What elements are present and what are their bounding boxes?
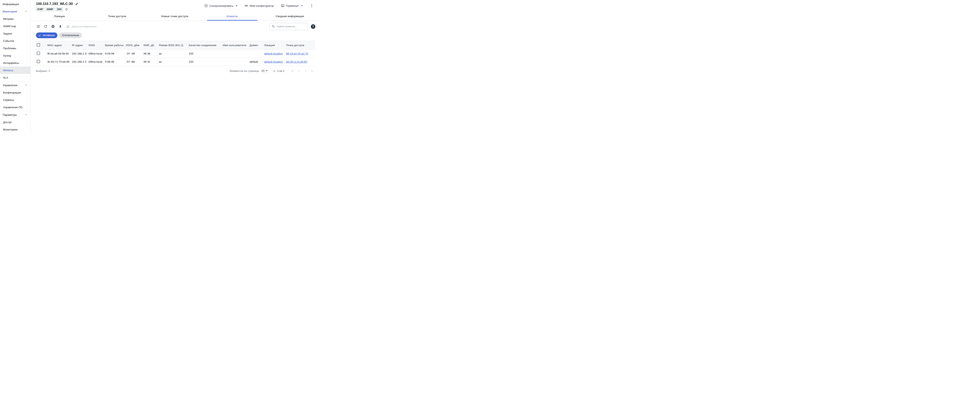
- table-header-row: MAC-адрес IP-адрес SSID Время работы RSS…: [36, 41, 315, 49]
- search-input[interactable]: [277, 25, 305, 28]
- tab-summary[interactable]: Сводная информация: [261, 12, 319, 21]
- export-button[interactable]: [57, 23, 64, 30]
- cell-user: [221, 49, 248, 57]
- sidebar-section-monitoring[interactable]: Мониторинг: [0, 8, 30, 15]
- col-mode: Режим IEEE 802.11: [157, 41, 187, 49]
- refresh-icon: [44, 24, 48, 29]
- col-access-point: Точка доступа: [284, 41, 315, 49]
- tab-access-points[interactable]: Точки доступа: [88, 12, 146, 21]
- clients-toolbar: Деаутентификация ?: [31, 21, 319, 32]
- range-label: 1 - 2 из 2: [273, 70, 284, 73]
- cell-uptime: 0:04:06: [103, 49, 124, 57]
- next-page-button[interactable]: [303, 68, 308, 74]
- help-button[interactable]: ?: [311, 24, 315, 29]
- cell-mode: ac: [157, 57, 187, 66]
- per-page-label: Элементов на странице: [229, 70, 259, 73]
- row-checkbox[interactable]: [37, 60, 40, 63]
- tab-clients[interactable]: Клиенты: [204, 12, 261, 21]
- cell-rssi: -57 -66: [124, 57, 142, 66]
- col-uptime: Время работы: [103, 41, 124, 49]
- badge-snmp: SNMP: [45, 7, 54, 11]
- sync-icon: [65, 8, 68, 11]
- col-rssi: RSSI, дБм: [124, 41, 142, 49]
- web-configurator-button[interactable]: Web-конфигуратор: [245, 4, 274, 8]
- sidebar-item-sla[interactable]: SLA: [0, 74, 30, 81]
- sidebar-item-problems[interactable]: Проблемы: [0, 44, 30, 52]
- cell-domain: [248, 49, 262, 57]
- device-title-block: 100.110.7.193_WLC-30 ICMP SNMP SSH: [36, 2, 78, 11]
- sidebar-item-tasks[interactable]: Задачи: [0, 30, 30, 37]
- page-title: 100.110.7.193_WLC-30: [36, 2, 73, 6]
- sidebar-item-monitoring-params[interactable]: Мониторинг: [0, 126, 30, 133]
- sidebar-group-monitoring: Мониторинг Метрики SNMP trap Задачи Собы…: [0, 8, 30, 81]
- tune-icon: [37, 24, 40, 29]
- cell-mac: 4c:63:71:70:eb:95: [46, 57, 70, 66]
- sync-dropdown-caret-icon[interactable]: [236, 5, 237, 6]
- gear-icon: [51, 24, 55, 29]
- chip-active[interactable]: Активные: [36, 32, 57, 38]
- terminal-dropdown-caret-icon[interactable]: [301, 5, 303, 6]
- sidebar-item-software[interactable]: Управление ПО: [0, 103, 30, 111]
- kebab-menu-icon: [310, 4, 314, 8]
- page-header: 100.110.7.193_WLC-30 ICMP SNMP SSH: [31, 0, 319, 12]
- terminal-label: Терминал: [286, 4, 299, 7]
- chip-active-label: Активные: [43, 34, 54, 37]
- table-row: f6:3a:a8:0d:5b:40 192.168.2.3 Office-loc…: [36, 49, 315, 57]
- per-page-select[interactable]: 10: [261, 69, 268, 73]
- refresh-table-button[interactable]: [42, 23, 49, 30]
- chip-disconnected[interactable]: Отключенные: [59, 32, 82, 38]
- sidebar-section-parameters[interactable]: Параметры: [0, 111, 30, 118]
- access-point-link[interactable]: 68:13:e2:20:a2:70: [286, 52, 308, 55]
- cell-domain: default: [248, 57, 262, 66]
- location-link[interactable]: default-location: [264, 52, 283, 55]
- tab-new-access-points[interactable]: Новые точки доступа: [146, 12, 204, 21]
- select-all-checkbox[interactable]: [37, 43, 40, 46]
- cell-snr: 39 32: [142, 57, 157, 66]
- sidebar-item-access[interactable]: Доступ: [0, 118, 30, 126]
- sidebar-section-management[interactable]: Управление: [0, 81, 30, 89]
- last-page-icon: [310, 69, 314, 73]
- clients-table-wrap: MAC-адрес IP-адрес SSID Время работы RSS…: [31, 41, 319, 66]
- location-link[interactable]: default-location: [264, 60, 283, 63]
- settings-button[interactable]: [49, 23, 56, 30]
- filter-button[interactable]: [35, 23, 42, 30]
- previous-page-button[interactable]: [296, 68, 301, 74]
- last-page-button[interactable]: [309, 68, 315, 74]
- sidebar-section-label: Управление: [3, 84, 18, 87]
- access-point-link[interactable]: e8:28:c1:fc:d4:60: [286, 60, 307, 63]
- status-filter-chips: Активные Отключенные: [31, 32, 319, 41]
- cell-ip: 192.168.2.3: [70, 49, 87, 57]
- first-page-button[interactable]: [290, 68, 295, 74]
- sidebar-item-events[interactable]: События: [0, 37, 30, 44]
- client-search: [269, 23, 308, 30]
- cell-rssi: -37 -46: [124, 49, 142, 57]
- synchronize-button[interactable]: Синхронизировать: [204, 4, 234, 8]
- sidebar-item-wireless[interactable]: Wireless: [0, 67, 30, 74]
- sidebar-item-syslog[interactable]: Syslog: [0, 52, 30, 59]
- link-icon: [245, 4, 248, 8]
- sidebar-item-information[interactable]: Информация: [0, 0, 30, 8]
- sidebar-item-interfaces[interactable]: Интерфейсы: [0, 59, 30, 67]
- col-domain: Домен: [248, 41, 262, 49]
- chevron-up-icon: [25, 84, 27, 86]
- sidebar-item-metrics[interactable]: Метрики: [0, 15, 30, 22]
- terminal-button[interactable]: Терминал: [281, 4, 299, 8]
- cell-mac: f6:3a:a8:0d:5b:40: [46, 49, 70, 57]
- toolbar-right: ?: [269, 23, 315, 30]
- pager-buttons: [290, 68, 315, 74]
- tab-locations[interactable]: Локации: [31, 12, 88, 21]
- deauthenticate-button[interactable]: Деаутентификация: [66, 24, 96, 29]
- per-page-value: 10: [261, 69, 264, 72]
- more-menu-button[interactable]: [310, 4, 314, 8]
- sidebar-section-label: Параметры: [3, 113, 17, 116]
- refresh-status-button[interactable]: [65, 8, 68, 11]
- cell-uptime: 0:06:46: [103, 57, 124, 66]
- sidebar-item-snmp-trap[interactable]: SNMP trap: [0, 22, 30, 30]
- cell-ssid: Office-local: [87, 57, 103, 66]
- clients-table: MAC-адрес IP-адрес SSID Время работы RSS…: [36, 41, 315, 66]
- edit-title-button[interactable]: [75, 2, 78, 5]
- row-checkbox[interactable]: [37, 52, 40, 55]
- sidebar-item-configurations[interactable]: Конфигурации: [0, 89, 30, 96]
- sidebar-item-services[interactable]: Сервисы: [0, 96, 30, 103]
- tab-bar: Локации Точки доступа Новые точки доступ…: [31, 12, 319, 21]
